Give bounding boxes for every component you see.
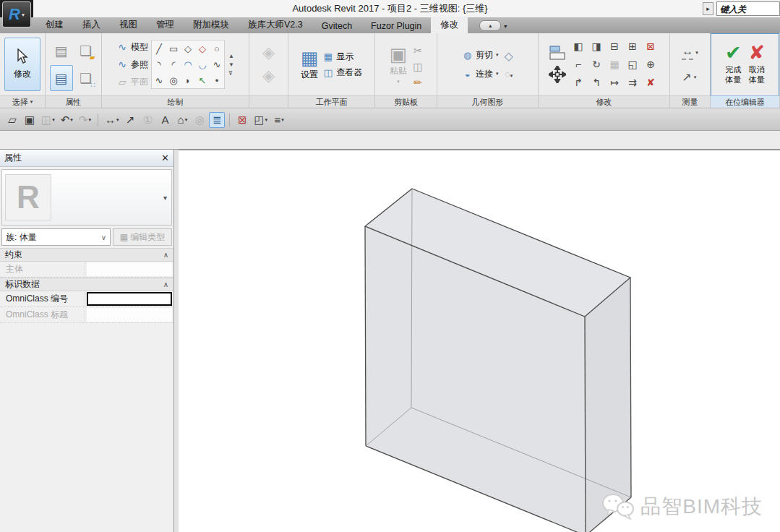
draw-mode-2[interactable]: ∿参照 bbox=[116, 57, 148, 72]
aligned-dimension-icon[interactable]: ↔▾ bbox=[103, 112, 121, 128]
section-header[interactable]: 标识数据∧ bbox=[0, 278, 173, 291]
align-icon[interactable] bbox=[549, 46, 566, 60]
search-input[interactable]: 键入关 bbox=[716, 1, 780, 16]
join-geometry-button[interactable]: ◒ 连接 ▾ bbox=[462, 68, 499, 80]
load-into-project-button[interactable]: ❏∷ bbox=[74, 65, 98, 91]
spline-icon[interactable]: ∿ bbox=[210, 56, 224, 72]
family-select[interactable]: 族: 体量 ∨ bbox=[1, 228, 111, 246]
tab-4[interactable]: 管理 bbox=[147, 17, 184, 33]
rotate-icon[interactable]: ↻ bbox=[588, 56, 606, 74]
ribbon-minimize-button[interactable]: ▴ bbox=[479, 20, 501, 31]
panel-label-select[interactable]: 选择▾ bbox=[0, 95, 45, 108]
partial-ellipse-icon[interactable]: ◗ bbox=[181, 72, 195, 88]
thin-lines-icon[interactable]: ≣ bbox=[209, 112, 225, 128]
chevron-down-icon[interactable]: ▾ bbox=[265, 117, 268, 123]
trim-extend-single-icon[interactable]: ↰ bbox=[588, 74, 606, 92]
delete-icon[interactable]: ✘ bbox=[642, 74, 660, 92]
property-value[interactable] bbox=[87, 262, 172, 276]
close-icon[interactable]: ✕ bbox=[161, 153, 169, 163]
tab-1[interactable]: 创建 bbox=[36, 17, 73, 33]
extend-multiple-icon[interactable]: ⇉ bbox=[624, 74, 642, 92]
circumscribed-polygon-icon[interactable]: ◇ bbox=[195, 40, 210, 56]
mirror-pick-axis-icon[interactable]: ◧ bbox=[570, 38, 588, 56]
pick-new-host-icon[interactable]: ◇ bbox=[505, 49, 513, 63]
gallery-scroll-icon[interactable]: ⊽ bbox=[228, 70, 234, 77]
text-icon[interactable]: A bbox=[157, 112, 173, 128]
collapse-icon[interactable]: ∧ bbox=[163, 280, 168, 288]
close-hidden-windows-icon[interactable]: ⊠ bbox=[234, 112, 250, 128]
unjoin-geometry-icon[interactable]: ◌▾ bbox=[505, 69, 513, 80]
array-icon[interactable]: ▦ bbox=[606, 56, 624, 74]
spline-through-points-icon[interactable]: ∿ bbox=[152, 72, 166, 88]
tab-5[interactable]: 附加模块 bbox=[184, 17, 239, 33]
open-icon[interactable]: ▱ bbox=[4, 112, 20, 128]
mass-3d-box[interactable] bbox=[179, 150, 780, 532]
property-value[interactable] bbox=[87, 308, 172, 322]
switch-windows-icon[interactable]: ◰▾ bbox=[252, 112, 270, 128]
measure-icon[interactable]: ↗ bbox=[122, 112, 138, 128]
chevron-down-icon[interactable]: ▾ bbox=[88, 117, 91, 123]
chevron-down-icon[interactable]: ▾ bbox=[70, 117, 73, 123]
copy-icon[interactable]: ◫ bbox=[413, 61, 422, 72]
collapse-icon[interactable]: ∧ bbox=[163, 251, 168, 259]
draw-mode-1[interactable]: ∿模型 bbox=[116, 40, 148, 54]
undo-icon[interactable]: ↶▾ bbox=[59, 112, 75, 128]
fillet-arc-icon[interactable]: ◡ bbox=[195, 56, 210, 72]
match-type-icon[interactable]: ✏ bbox=[413, 77, 422, 88]
trim-extend-corner-icon[interactable]: ↱ bbox=[570, 74, 588, 92]
paste-button[interactable]: ▣ 粘贴 ▾ bbox=[390, 45, 408, 85]
pin-icon[interactable]: ⊕ bbox=[642, 56, 660, 74]
application-menu-button[interactable]: R ▾ bbox=[2, 1, 31, 27]
split-element-icon[interactable]: ⊟ bbox=[606, 38, 624, 56]
redo-icon[interactable]: ↷▾ bbox=[77, 112, 93, 128]
set-workplane-button[interactable]: ▦ 设置 bbox=[301, 48, 319, 81]
chevron-down-icon[interactable]: ▾ bbox=[163, 194, 168, 202]
drawing-area[interactable]: 品智BIM科技 bbox=[179, 150, 780, 532]
tab-9[interactable]: 修改 bbox=[431, 17, 468, 33]
mirror-draw-axis-icon[interactable]: ◨ bbox=[588, 38, 606, 56]
ellipse-icon[interactable]: ◎ bbox=[166, 72, 181, 88]
pick-lines-icon[interactable]: ↖ bbox=[195, 72, 210, 88]
chevron-down-icon[interactable]: ▾ bbox=[185, 117, 188, 123]
tab-8[interactable]: Fuzor Plugin bbox=[361, 19, 431, 33]
edit-type-button[interactable]: ▦ 编辑类型 bbox=[113, 228, 172, 246]
move-icon[interactable] bbox=[549, 66, 566, 83]
gallery-scroll-icon[interactable]: ▲ bbox=[228, 53, 234, 59]
inscribed-polygon-icon[interactable]: ◇ bbox=[181, 40, 195, 56]
start-end-radius-arc-icon[interactable]: ◝ bbox=[152, 56, 166, 72]
ribbon-minimize-dropdown-icon[interactable]: ▾ bbox=[504, 23, 507, 30]
infocenter-arrow-icon[interactable]: ▸ bbox=[703, 2, 713, 15]
unpin-icon[interactable]: ⊠ bbox=[642, 38, 660, 56]
tab-3[interactable]: 视图 bbox=[110, 17, 147, 33]
section-header[interactable]: 约束∧ bbox=[0, 248, 173, 262]
workplane-viewer-button[interactable]: ◫ 查看器 bbox=[322, 66, 362, 79]
split-with-gap-icon[interactable]: ⊞ bbox=[624, 38, 642, 56]
tangent-arc-icon[interactable]: ◠ bbox=[181, 56, 195, 72]
point-element-icon[interactable]: • bbox=[210, 72, 224, 88]
save-icon[interactable]: ▣ bbox=[22, 112, 38, 128]
tag-by-category-icon[interactable]: ① bbox=[140, 112, 155, 128]
finish-mass-button[interactable]: ✔ 完成 体量 bbox=[725, 43, 742, 85]
type-selector[interactable]: R ▾ bbox=[1, 169, 172, 226]
section-icon[interactable]: ◎ bbox=[192, 112, 207, 128]
cut-icon[interactable]: ✂ bbox=[413, 45, 422, 56]
draw-mode-3[interactable]: ▱平面 bbox=[116, 74, 148, 89]
cancel-mass-button[interactable]: ✘ 取消 体量 bbox=[749, 43, 766, 85]
measure-button[interactable]: ↗ ▾ bbox=[682, 70, 698, 84]
gallery-scroll-icon[interactable]: ▼ bbox=[228, 61, 234, 68]
show-workplane-button[interactable]: ▦ 显示 bbox=[322, 51, 362, 63]
properties-palette-button[interactable]: ▤ bbox=[50, 65, 73, 91]
family-types-button[interactable]: ❏▰ bbox=[74, 38, 98, 64]
rectangle-icon[interactable]: ▭ bbox=[166, 40, 181, 56]
family-category-button[interactable]: ▤ bbox=[50, 38, 73, 64]
tab-6[interactable]: 族库大师V2.3 bbox=[239, 17, 312, 33]
cut-geometry-button[interactable]: ◍ 剪切 ▾ bbox=[462, 49, 499, 61]
draw-gallery-scroll[interactable]: ▲▼⊽ bbox=[228, 53, 234, 77]
properties-palette-header[interactable]: 属性 ✕ bbox=[0, 150, 173, 167]
property-value-input[interactable] bbox=[87, 292, 172, 306]
line-icon[interactable]: ╱ bbox=[152, 40, 166, 56]
chevron-down-icon[interactable]: ▾ bbox=[52, 117, 55, 123]
offset-icon[interactable]: ⌐ bbox=[570, 56, 588, 74]
chevron-down-icon[interactable]: ▾ bbox=[116, 117, 119, 123]
scale-icon[interactable]: ◱ bbox=[624, 56, 642, 74]
